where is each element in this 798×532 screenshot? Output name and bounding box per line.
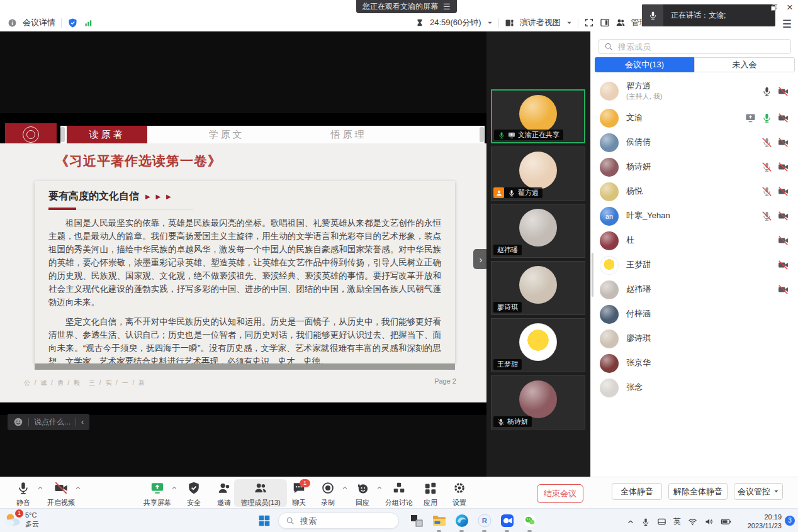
video-tile[interactable]: 杨诗妍 — [491, 375, 585, 429]
member-row[interactable]: 侯倩倩 — [591, 130, 798, 155]
windows-taskbar: 1 5°C多云 英 20:19 2023/11/23 3 R — [0, 508, 798, 532]
toolbar-cam-off-big[interactable]: 开启视频 — [35, 479, 87, 507]
member-name: 文渝 — [626, 113, 643, 123]
member-row[interactable]: 杨悦 — [591, 179, 798, 204]
host-badge-icon — [493, 187, 504, 198]
fullscreen-icon[interactable] — [584, 18, 594, 28]
cam-off-icon[interactable] — [778, 211, 789, 221]
timer-icon — [415, 18, 424, 27]
member-row[interactable]: 赵祎璠 — [591, 277, 798, 302]
chevron-up-icon[interactable] — [75, 485, 81, 491]
member-row[interactable]: 廖诗琪 — [591, 326, 798, 351]
member-row[interactable]: 王梦甜 — [591, 253, 798, 277]
avatar — [600, 182, 619, 201]
notification-badge[interactable]: 3 — [785, 516, 795, 526]
info-icon[interactable] — [8, 18, 17, 28]
tray-mic-icon[interactable] — [641, 518, 650, 526]
video-tile[interactable]: 翟方逍 — [491, 147, 585, 201]
emoji-icon[interactable] — [13, 417, 23, 427]
tab-du-yuanzhu[interactable]: 读原著 — [67, 126, 147, 143]
cam-off-icon[interactable] — [778, 86, 789, 97]
tab-in-meeting[interactable]: 会议中(13) — [595, 57, 694, 72]
member-row[interactable]: 翟方逍(主持人, 我) — [591, 77, 798, 106]
taskbar-app-wechat[interactable] — [522, 513, 537, 528]
taskbar-search[interactable] — [278, 513, 399, 529]
member-row[interactable]: 文渝 — [591, 106, 798, 130]
close-icon[interactable]: × — [787, 1, 793, 14]
mic-dark-icon[interactable] — [761, 86, 772, 97]
shield-check-icon[interactable] — [67, 18, 78, 28]
video-tile[interactable]: 廖诗琪 — [491, 261, 585, 315]
member-panel: 会议中(13) 未入会 翟方逍(主持人, 我)文渝侯倩倩杨诗妍杨悦an叶寒_Ye… — [590, 31, 798, 477]
banner-menu-icon[interactable]: ☰ — [443, 2, 451, 11]
taskbar-search-input[interactable] — [299, 516, 412, 526]
member-row[interactable]: 付梓涵 — [591, 302, 798, 326]
taskbar-clock[interactable]: 20:19 2023/11/23 — [743, 513, 782, 531]
member-name: 杜 — [626, 235, 634, 245]
share-mini-icon[interactable] — [745, 113, 756, 123]
mic-muted-icon[interactable] — [761, 186, 772, 197]
speaker-icon[interactable] — [704, 517, 714, 526]
more-menu-icon[interactable]: ☰ — [782, 18, 792, 31]
quick-chat-bar[interactable]: 说点什么... ‹ — [8, 414, 89, 430]
content-card: 要有高度的文化自信▶ ▶ ▶ 祖国是人民最坚实的依靠，英雄是民族最闪亮的坐标。歌… — [35, 181, 455, 363]
ime-indicator[interactable]: 英 — [673, 516, 681, 527]
manage-members-icon[interactable] — [615, 18, 626, 28]
taskbar-app-folder[interactable] — [432, 513, 447, 528]
sidebar-toggle-icon[interactable] — [600, 18, 610, 28]
timer-caret-icon[interactable] — [487, 20, 493, 26]
cam-off-icon[interactable] — [778, 260, 789, 270]
end-meeting-button[interactable]: 结束会议 — [537, 484, 583, 503]
cam-off-icon[interactable] — [778, 137, 789, 148]
video-tile[interactable]: 王梦甜 — [491, 318, 585, 372]
video-tile[interactable]: 文渝正在共享 — [491, 89, 585, 143]
toolbar-label: 开启视频 — [35, 498, 87, 507]
taskbar-app-edge[interactable] — [454, 513, 469, 528]
member-row[interactable]: 张京华 — [591, 351, 798, 375]
member-row[interactable]: an叶寒_Yehan — [591, 204, 798, 228]
scrollbar[interactable] — [592, 253, 593, 297]
tab-not-joined[interactable]: 未入会 — [694, 57, 795, 72]
member-row[interactable]: 张念 — [591, 375, 798, 400]
member-row[interactable]: 杜 — [591, 228, 798, 253]
top-right-group: 24:59(60分钟) 演讲者视图 管理成员 — [415, 17, 664, 28]
meeting-control-button[interactable]: 会议管控 — [734, 483, 783, 500]
mic-muted-icon[interactable] — [761, 211, 772, 221]
cam-off-icon[interactable] — [778, 113, 789, 123]
cam-off-icon[interactable] — [778, 235, 789, 246]
search-input[interactable] — [617, 42, 785, 52]
chat-collapse-icon[interactable]: ‹ — [81, 418, 84, 426]
cam-off-icon[interactable] — [778, 186, 789, 197]
battery-icon[interactable] — [721, 516, 731, 527]
wifi-icon[interactable] — [688, 517, 697, 526]
tray-expand-icon[interactable] — [627, 518, 634, 526]
video-tile[interactable]: 赵祎璠 — [491, 204, 585, 258]
network-signal-icon[interactable] — [84, 18, 93, 28]
cam-off-icon[interactable] — [778, 162, 789, 172]
mic-green-icon[interactable] — [761, 113, 772, 123]
start-button[interactable] — [258, 514, 271, 529]
unmute-all-button[interactable]: 解除全体静音 — [668, 483, 728, 500]
view-caret-icon[interactable] — [566, 20, 572, 26]
mic-muted-icon[interactable] — [761, 162, 772, 172]
member-row[interactable]: 杨诗妍 — [591, 155, 798, 179]
cam-off-icon[interactable] — [778, 284, 789, 295]
chat-placeholder[interactable]: 说点什么... — [34, 417, 70, 428]
member-status-icons — [761, 137, 789, 148]
tray-window-icon[interactable] — [657, 517, 666, 526]
tab-xue-yuanwen[interactable]: 学原文 — [189, 126, 264, 143]
toast-mic-box — [642, 4, 663, 26]
gear-icon — [452, 481, 466, 495]
member-search-box[interactable] — [598, 39, 791, 54]
view-mode-label[interactable]: 演讲者视图 — [520, 17, 561, 28]
taskbar-app-rapp[interactable]: R — [477, 513, 492, 528]
toolbar-gear[interactable]: 设置 — [433, 479, 486, 507]
mute-all-button[interactable]: 全体静音 — [612, 483, 662, 500]
popup-restore-icon[interactable] — [770, 4, 778, 11]
mic-muted-icon[interactable] — [761, 137, 772, 148]
tab-wu-yuanli[interactable]: 悟原理 — [311, 126, 386, 143]
taskbar-weather[interactable]: 1 5°C多云 — [4, 511, 39, 529]
taskbar-app-taskview[interactable] — [409, 513, 424, 528]
taskbar-app-meeting[interactable] — [500, 513, 515, 528]
meeting-details-label[interactable]: 会议详情 — [23, 17, 55, 28]
